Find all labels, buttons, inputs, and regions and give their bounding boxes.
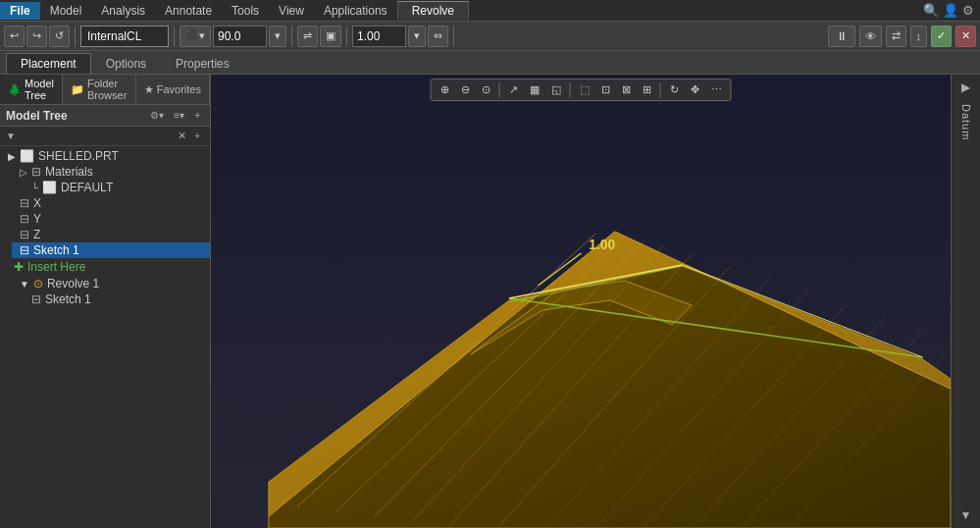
settings-icon[interactable]: ⚙ (962, 3, 974, 18)
tree-materials[interactable]: ▷ ⊟ Materials (12, 164, 210, 180)
flip-button[interactable]: ⇌ (297, 26, 318, 47)
datum-expand-button[interactable]: ▶ (954, 79, 978, 96)
thickness-input[interactable] (352, 26, 406, 47)
3d-viewport-canvas: 1.00 (211, 75, 951, 528)
model-tree-icon: 🌲 (8, 83, 22, 96)
default-icon: └ (31, 183, 38, 193)
sketch1-icon: ⊟ (20, 243, 29, 257)
materials-label: Materials (45, 165, 93, 179)
tree-x[interactable]: ⊟ X (12, 195, 210, 211)
materials-folder-icon: ⊟ (31, 165, 41, 179)
angle-input[interactable] (213, 26, 267, 47)
undo-button[interactable]: ↩ (4, 26, 25, 47)
sidebar-new-button[interactable]: + (190, 108, 204, 123)
angle-type-button[interactable]: ⬛▾ (180, 26, 211, 47)
x-label: X (33, 196, 41, 210)
regenerate-button[interactable]: ↺ (49, 26, 70, 47)
right-panel-collapse-button[interactable]: ▼ (954, 506, 978, 524)
viewport[interactable]: 1.00 ⊕ ⊖ ⊙ ↗ ▦ ◱ ⬚ ⊡ ⊠ ⊞ ↻ ✥ ⋯ (211, 75, 951, 528)
sidebar-tab-favorites[interactable]: ★ Favorites (136, 75, 210, 104)
solid-button[interactable]: ▣ (320, 26, 341, 47)
menu-analysis[interactable]: Analysis (91, 2, 155, 20)
z-icon: ⊟ (20, 228, 29, 241)
sidebar-settings-button[interactable]: ⚙▾ (146, 108, 168, 123)
tree-root-file[interactable]: ▶ ⬜ SHELLED.PRT (0, 148, 210, 164)
thickness-dropdown[interactable]: ▾ (408, 26, 426, 47)
redo-button[interactable]: ↪ (26, 26, 47, 47)
sidebar-tabs: 🌲 Model Tree 📁 Folder Browser ★ Favorite… (0, 75, 210, 105)
angle-dropdown[interactable]: ▾ (269, 26, 286, 47)
vp-shading-button[interactable]: ⬚ (575, 81, 594, 98)
tab-properties[interactable]: Properties (161, 53, 244, 74)
tree-revolve1[interactable]: ▼ ⊙ Revolve 1 (12, 276, 210, 291)
filter-icon: ▼ (6, 131, 16, 141)
tb-sep2 (174, 26, 175, 46)
thickness-sym-button[interactable]: ⇔ (428, 26, 448, 47)
flip3-button[interactable]: ↕ (910, 26, 928, 47)
x-icon: ⊟ (20, 196, 29, 210)
vp-sep3 (660, 82, 661, 98)
right-panel: ▶ Datum ▼ (951, 75, 980, 528)
tree-z[interactable]: ⊟ Z (12, 227, 210, 242)
flip2-button[interactable]: ⇄ (886, 26, 906, 47)
model-tree-header-label: Model Tree (6, 109, 142, 123)
sketch1-sub-label: Sketch 1 (45, 292, 91, 306)
menu-tools[interactable]: Tools (222, 2, 269, 20)
tree-sketch1[interactable]: ⊟ Sketch 1 (12, 242, 210, 258)
folder-browser-label: Folder Browser (87, 78, 128, 101)
filter-add-button[interactable]: + (190, 129, 204, 143)
default-item-icon: ⬜ (42, 181, 57, 194)
sidebar-expand-button[interactable]: ≡▾ (170, 108, 188, 123)
vp-sep1 (499, 82, 500, 98)
favorites-label: Favorites (157, 83, 201, 95)
vp-more-button[interactable]: ⋯ (706, 81, 727, 98)
ok-button[interactable]: ✓ (931, 26, 952, 47)
preview-button[interactable]: 👁 (859, 26, 882, 47)
menu-file[interactable]: File (0, 2, 40, 20)
vp-rotate-button[interactable]: ↻ (665, 81, 684, 98)
vp-zoom-in-button[interactable]: ⊕ (436, 81, 454, 98)
main-area: 🌲 Model Tree 📁 Folder Browser ★ Favorite… (0, 75, 980, 528)
tree-insert-here[interactable]: ✚ Insert Here (0, 258, 210, 276)
tree-default[interactable]: └ ⬜ DEFAULT (24, 180, 210, 195)
revolve1-icon: ⊙ (33, 277, 43, 290)
menu-applications[interactable]: Applications (314, 2, 397, 20)
menu-view[interactable]: View (269, 2, 314, 20)
filter-row: ▼ ✕ + (0, 127, 210, 146)
active-tab-revolve[interactable]: Revolve (397, 1, 469, 20)
menu-model[interactable]: Model (40, 2, 92, 20)
vp-edges-button[interactable]: ⊡ (596, 81, 615, 98)
datum-label: Datum (960, 104, 972, 140)
revolve1-expand-icon: ▼ (20, 279, 29, 290)
vp-view-button[interactable]: ↗ (504, 81, 523, 98)
pause-button[interactable]: ⏸ (828, 26, 855, 47)
cancel-button[interactable]: ✕ (955, 26, 976, 47)
menubar: File Model Analysis Annotate Tools View … (0, 0, 980, 22)
vp-grid-button[interactable]: ▦ (525, 81, 544, 98)
tree-sketch1-sub[interactable]: ⊟ Sketch 1 (24, 291, 210, 307)
vp-pan-button[interactable]: ✥ (686, 81, 704, 98)
insert-icon: ✚ (14, 260, 24, 274)
tab-options[interactable]: Options (91, 53, 161, 74)
sidebar-tab-model-tree[interactable]: 🌲 Model Tree (0, 75, 63, 104)
vp-frame-button[interactable]: ◱ (546, 81, 566, 98)
revolve-name-input[interactable] (80, 26, 169, 47)
materials-icon: ▷ (20, 167, 27, 178)
search-icon[interactable]: 🔍 (923, 3, 939, 18)
svg-text:1.00: 1.00 (589, 237, 615, 252)
filter-close-button[interactable]: ✕ (178, 130, 186, 142)
vp-zoom-out-button[interactable]: ⊖ (456, 81, 475, 98)
vp-wireframe-button[interactable]: ⊠ (617, 81, 636, 98)
vp-hidden-button[interactable]: ⊞ (638, 81, 656, 98)
menu-annotate[interactable]: Annotate (155, 2, 222, 20)
sidebar-header: Model Tree ⚙▾ ≡▾ + (0, 105, 210, 127)
sidebar-toolbar: ⚙▾ ≡▾ + (146, 108, 204, 123)
tb-sep4 (346, 26, 347, 46)
sketch1-sub-icon: ⊟ (31, 292, 41, 306)
tree-y[interactable]: ⊟ Y (12, 211, 210, 227)
sidebar-tab-folder-browser[interactable]: 📁 Folder Browser (63, 75, 136, 104)
root-file-label: SHELLED.PRT (38, 149, 119, 163)
root-file-icon: ⬜ (20, 149, 34, 163)
vp-zoom-fit-button[interactable]: ⊙ (477, 81, 495, 98)
tab-placement[interactable]: Placement (6, 53, 91, 74)
